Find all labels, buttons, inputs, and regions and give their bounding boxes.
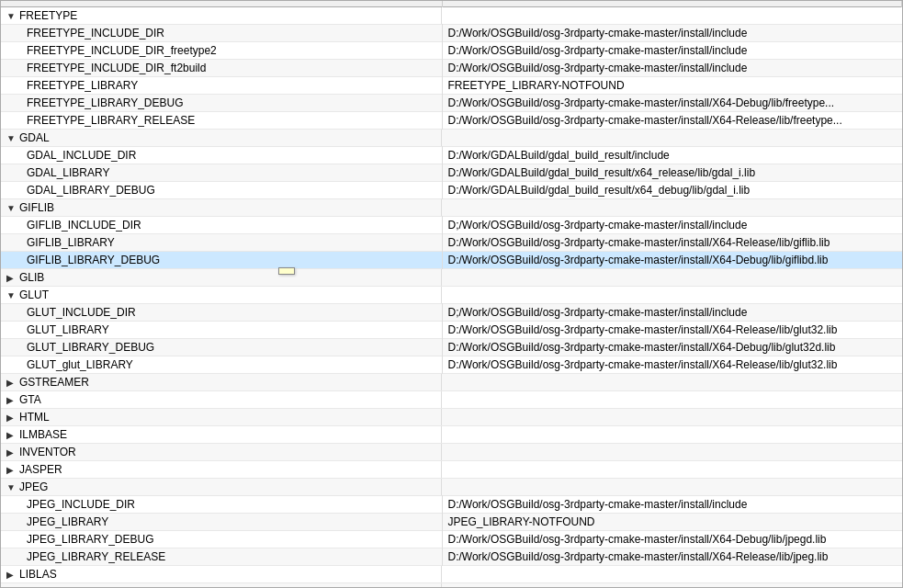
table-row: FREETYPE_LIBRARYFREETYPE_LIBRARY-NOTFOUN… [1,77,902,95]
collapse-icon[interactable] [6,133,16,143]
item-value-cell: JPEG_LIBRARY-NOTFOUND [442,514,902,531]
item-name-cell: JPEG_LIBRARY_RELEASE [1,548,442,566]
table-row: JPEG_LIBRARYJPEG_LIBRARY-NOTFOUND [1,514,902,531]
cmake-table[interactable]: FREETYPEFREETYPE_INCLUDE_DIRD:/Work/OSGB… [0,0,903,588]
table-row: GDAL_LIBRARY_DEBUGD:/Work/GDALBuild/gdal… [1,182,902,199]
item-value-cell: D:/Work/OSGBuild/osg-3rdparty-cmake-mast… [442,252,902,269]
item-name-cell: FREETYPE_INCLUDE_DIR [1,25,442,42]
collapse-icon[interactable] [6,203,16,213]
item-value-cell: D:/Work/OSGBuild/osg-3rdparty-cmake-mast… [442,95,902,112]
table-row: FREETYPE_INCLUDE_DIR_freetype2D:/Work/OS… [1,42,902,60]
group-name-cell[interactable]: GSTREAMER [1,374,442,390]
table-row: GLUT_LIBRARYD:/Work/OSGBuild/osg-3rdpart… [1,322,902,339]
table-row[interactable]: GDAL [1,130,902,147]
item-name-cell: GDAL_LIBRARY [1,164,442,182]
table-row: GDAL_LIBRARYD:/Work/GDALBuild/gdal_build… [1,164,902,182]
item-name-cell: JPEG_LIBRARY [1,514,442,531]
group-name-cell[interactable]: FREETYPE [1,7,442,24]
group-name-cell[interactable]: JPEG [1,479,442,495]
item-name-cell: GIFLIB_INCLUDE_DIR [1,217,442,234]
table-row[interactable]: GLUT [1,287,902,304]
group-name-cell[interactable]: HTML [1,409,442,425]
group-value-cell [442,566,902,583]
group-label: JPEG [19,481,48,493]
table-row: FREETYPE_LIBRARY_RELEASED:/Work/OSGBuild… [1,112,902,130]
expand-icon[interactable] [6,413,16,423]
group-name-cell[interactable]: GTA [1,391,442,408]
table-row[interactable]: FREETYPE [1,7,902,25]
group-name-cell[interactable]: INVENTOR [1,444,442,460]
item-value-cell: D:/Work/OSGBuild/osg-3rdparty-cmake-mast… [442,25,902,42]
group-label: JASPER [19,463,62,476]
item-value-cell: D:/Work/OSGBuild/osg-3rdparty-cmake-mast… [442,42,902,60]
item-value-cell: D;/Work/OSGBuild/osg-3rdparty-cmake-mast… [442,217,902,234]
group-label: LIBLAS [19,568,57,581]
table-row[interactable]: GIFLIB [1,199,902,217]
item-name-cell: GDAL_LIBRARY_DEBUG [1,182,442,199]
item-name-cell: GIFLIB_LIBRARY [1,234,442,252]
table-row[interactable]: JASPER [1,461,902,479]
item-name-cell: FREETYPE_LIBRARY_RELEASE [1,112,442,130]
table-row[interactable]: JPEG [1,479,902,496]
item-value-cell: D:/Work/GDALBuild/gdal_build_result/incl… [442,147,902,164]
expand-icon[interactable] [6,378,16,388]
group-label: GIFLIB [19,201,54,214]
group-value-cell [442,7,902,25]
table-row: GDAL_INCLUDE_DIRD:/Work/GDALBuild/gdal_b… [1,147,902,164]
group-name-cell[interactable]: GLUT [1,287,442,303]
table-row: GIFLIB_LIBRARYD:/Work/OSGBuild/osg-3rdpa… [1,234,902,252]
group-label: GTA [19,393,41,406]
expand-icon[interactable] [6,570,16,580]
item-name-cell: GLUT_LIBRARY_DEBUG [1,339,442,356]
table-row[interactable]: LIBVNCSERVER [1,583,902,589]
group-name-cell[interactable]: LIBVNCSERVER [1,583,442,588]
group-value-cell [442,374,902,391]
table-row: FREETYPE_INCLUDE_DIR_ft2buildD:/Work/OSG… [1,60,902,77]
group-label: FREETYPE [19,9,77,22]
group-value-cell [442,130,902,147]
table-row: JPEG_INCLUDE_DIRD:/Work/OSGBuild/osg-3rd… [1,496,902,514]
group-value-cell [442,479,902,496]
item-name-cell: GIFLIB_LIBRARY_DEBUG [1,252,442,269]
item-name-cell: JPEG_INCLUDE_DIR [1,496,442,514]
item-name-cell: JPEG_LIBRARY_DEBUG [1,531,442,548]
item-value-cell: D:/Work/OSGBuild/osg-3rdparty-cmake-mast… [442,339,902,356]
group-name-cell[interactable]: GDAL [1,130,442,146]
group-label: INVENTOR [19,446,76,458]
item-name-cell: GLUT_INCLUDE_DIR [1,304,442,322]
expand-icon[interactable] [6,430,16,440]
expand-icon[interactable] [6,395,16,405]
group-label: GLIB [19,271,44,284]
table-row[interactable]: LIBLAS [1,566,902,583]
table-row[interactable]: GTA [1,391,902,409]
collapse-icon[interactable] [6,482,16,492]
table-row[interactable]: ILMBASE [1,426,902,444]
item-value-cell: D:/Work/OSGBuild/osg-3rdparty-cmake-mast… [442,356,902,374]
group-name-cell[interactable]: LIBLAS [1,566,442,582]
table-row: JPEG_LIBRARY_RELEASED:/Work/OSGBuild/osg… [1,548,902,566]
group-name-cell[interactable]: GIFLIB [1,199,442,216]
item-value-cell: D:/Work/OSGBuild/osg-3rdparty-cmake-mast… [442,60,902,77]
collapse-icon[interactable] [6,11,16,21]
group-name-cell[interactable]: ILMBASE [1,426,442,443]
expand-icon[interactable] [6,273,16,283]
table-row: FREETYPE_INCLUDE_DIRD:/Work/OSGBuild/osg… [1,25,902,42]
table-row[interactable]: GSTREAMER [1,374,902,391]
item-value-cell: D:/Work/OSGBuild/osg-3rdparty-cmake-mast… [442,496,902,514]
group-name-cell[interactable]: GLIB [1,269,442,286]
item-value-cell: D:/Work/OSGBuild/osg-3rdparty-cmake-mast… [442,112,902,130]
expand-icon[interactable] [6,465,16,475]
group-value-cell [442,269,902,287]
expand-icon[interactable] [6,447,16,458]
collapse-icon[interactable] [6,290,16,300]
item-value-cell: D:/Work/OSGBuild/osg-3rdparty-cmake-mast… [442,548,902,566]
table-row[interactable]: HTML [1,409,902,426]
group-name-cell[interactable]: JASPER [1,461,442,478]
group-value-cell [442,461,902,479]
table-row: GLUT_glut_LIBRARYD:/Work/OSGBuild/osg-3r… [1,356,902,374]
table-row[interactable]: INVENTOR [1,444,902,461]
group-value-cell [442,287,902,304]
group-label: GDAL [19,131,50,144]
table-row[interactable]: GLIB [1,269,902,287]
item-name-cell: FREETYPE_INCLUDE_DIR_ft2build [1,60,442,77]
